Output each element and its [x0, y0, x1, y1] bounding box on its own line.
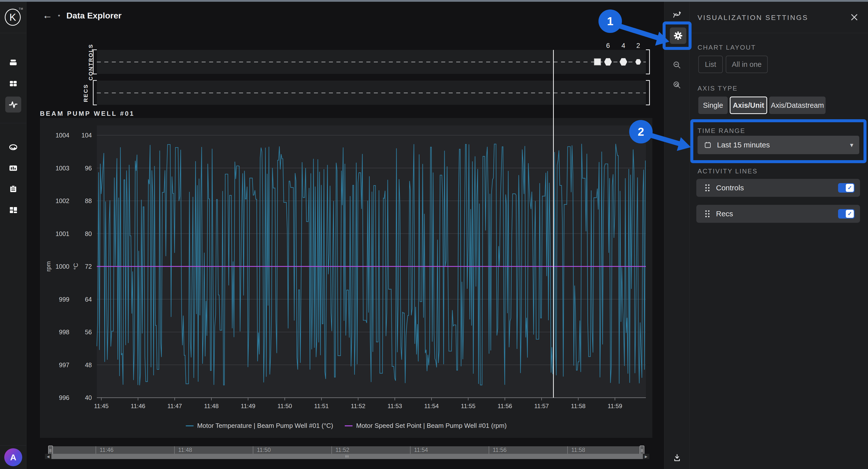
square-event-marker[interactable]	[594, 58, 601, 65]
controls-track	[97, 50, 646, 74]
sidebar-item-charts[interactable]	[5, 160, 21, 176]
svg-text:11:46: 11:46	[131, 403, 145, 409]
navigator-tick	[489, 446, 489, 454]
sidebar-item-reports[interactable]	[5, 181, 21, 197]
svg-text:998: 998	[59, 329, 69, 336]
chart-card[interactable]: 1041004961003881002801001721000649995699…	[40, 118, 652, 438]
controls-track-line	[97, 62, 646, 62]
app-logo: K TM	[5, 8, 21, 27]
recs-track-line	[97, 93, 646, 93]
axis-type-single-button[interactable]: Single	[698, 97, 728, 114]
svg-text:11:57: 11:57	[534, 403, 549, 409]
panel-header: VISUALIZATION SETTINGS	[689, 2, 868, 33]
sidebar-item-assets[interactable]	[5, 55, 21, 71]
scroll-right-arrow[interactable]: ▶	[643, 454, 649, 459]
navigator-tick-label: 11:50	[257, 447, 271, 454]
drag-handle-icon[interactable]	[705, 184, 710, 191]
legend-swatch-temperature	[186, 425, 194, 426]
assets-icon	[9, 58, 18, 67]
chart-layout-all-in-one-button[interactable]: All in one	[726, 56, 768, 73]
trend-compare-icon[interactable]	[673, 10, 682, 19]
legend-item-temperature[interactable]: Motor Temperature | Beam Pump Well #01 (…	[186, 422, 333, 430]
clipboard-icon	[9, 185, 18, 194]
recs-toggle[interactable]: ✓	[838, 209, 855, 219]
sidebar-item-grid[interactable]	[5, 75, 21, 92]
activity-line-row-recs: Recs ✓	[696, 205, 860, 223]
scroll-left-arrow[interactable]: ◀	[45, 454, 52, 459]
svg-text:48: 48	[85, 362, 92, 369]
time-range-dropdown[interactable]: Last 15 minutes ▾	[698, 136, 859, 154]
navigator-tick	[253, 446, 253, 454]
track-bracket	[93, 50, 97, 74]
svg-text:11:54: 11:54	[424, 403, 439, 409]
app-sidebar: K TM	[0, 2, 27, 469]
scrollbar-thumb[interactable]: lll	[52, 454, 643, 459]
zoom-reset-icon[interactable]	[673, 81, 682, 90]
drag-handle-icon[interactable]	[705, 210, 710, 217]
recs-track-label: RECS	[83, 84, 89, 102]
zoom-out-icon[interactable]	[673, 61, 682, 70]
logo-k: K	[5, 9, 21, 26]
settings-button[interactable]	[670, 27, 686, 44]
svg-text:1004: 1004	[55, 132, 69, 139]
sidebar-item-timeseries[interactable]	[5, 97, 21, 113]
user-avatar[interactable]: A	[4, 448, 22, 466]
svg-text:11:47: 11:47	[167, 403, 182, 409]
horizontal-scrollbar[interactable]: ◀ lll ▶	[45, 454, 649, 459]
event-countdown-label: 6	[606, 42, 610, 50]
back-button[interactable]: ←	[41, 9, 54, 22]
navigator-tick	[410, 446, 410, 454]
svg-text:11:50: 11:50	[278, 403, 292, 409]
sidebar-item-time-loop[interactable]	[5, 139, 21, 155]
legend-swatch-setpoint	[345, 425, 353, 426]
navigator-tick-label: 11:54	[414, 447, 428, 454]
calendar-icon	[704, 141, 712, 149]
svg-text:40: 40	[85, 394, 92, 401]
legend-item-setpoint[interactable]: Motor Speed Set Point | Beam Pump Well #…	[345, 422, 507, 430]
current-time-cursor	[553, 50, 554, 398]
svg-text:996: 996	[59, 394, 69, 401]
svg-text:72: 72	[85, 263, 92, 270]
chart-layout-list-button[interactable]: List	[698, 56, 723, 73]
close-icon[interactable]	[850, 13, 859, 22]
navigator-tick-label: 11:56	[493, 447, 507, 454]
checkmark-icon: ✓	[846, 184, 854, 192]
sidebar-item-dashboard[interactable]	[5, 202, 21, 218]
navigator-left-handle[interactable]: ||	[48, 445, 53, 455]
axis-type-axis-unit-button[interactable]: Axis/Unit	[730, 97, 767, 114]
event-countdown-label: 2	[637, 42, 640, 50]
svg-text:11:53: 11:53	[388, 403, 402, 409]
callout-badge-1: 1	[598, 9, 622, 33]
navigator-tick-label: 11:46	[100, 447, 114, 454]
section-label-chart-layout: CHART LAYOUT	[698, 44, 756, 52]
time-navigator[interactable]: 11:4611:4811:5011:5211:5411:5611:58	[49, 446, 644, 454]
controls-toggle[interactable]: ✓	[838, 183, 855, 193]
timeseries-plot: 1041004961003881002801001721000649995699…	[40, 118, 652, 438]
svg-text:56: 56	[85, 329, 92, 336]
svg-text:64: 64	[85, 296, 92, 303]
section-label-activity-lines: ACTIVITY LINES	[698, 167, 758, 175]
svg-text:1002: 1002	[55, 197, 69, 204]
svg-text:96: 96	[85, 165, 92, 171]
checkmark-icon: ✓	[846, 210, 854, 218]
timeseries-icon	[9, 100, 18, 109]
svg-text:11:55: 11:55	[461, 403, 475, 409]
navigator-tick	[174, 446, 175, 454]
activity-line-label-recs: Recs	[716, 210, 733, 218]
svg-text:997: 997	[59, 362, 69, 369]
navigator-tick-label: 11:48	[178, 447, 192, 454]
svg-text:11:52: 11:52	[351, 403, 365, 409]
activity-line-label-controls: Controls	[716, 184, 744, 192]
event-countdown-label: 4	[621, 42, 625, 50]
navigator-right-handle[interactable]: ||	[640, 445, 644, 455]
topbar: ← • Data Explorer	[27, 2, 664, 29]
svg-text:88: 88	[85, 197, 92, 204]
dashboard-icon	[9, 206, 18, 215]
download-icon[interactable]	[673, 453, 682, 462]
chevron-down-icon: ▾	[850, 141, 853, 149]
chart-toolbar	[664, 2, 689, 469]
axis-type-axis-datastream-button[interactable]: Axis/Datastream	[769, 97, 826, 114]
svg-text:11:48: 11:48	[204, 403, 219, 409]
chart-legend: Motor Temperature | Beam Pump Well #01 (…	[40, 422, 652, 430]
svg-text:11:45: 11:45	[94, 403, 108, 409]
